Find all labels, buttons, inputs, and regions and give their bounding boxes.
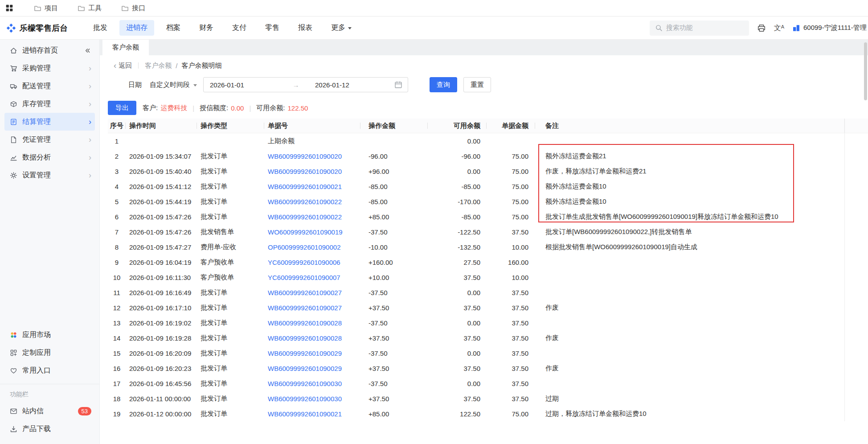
bookmark-api[interactable]: 接口 [121, 4, 145, 12]
cell-no: 9 [108, 255, 126, 270]
nav-item-retail[interactable]: 零售 [258, 20, 286, 36]
export-button[interactable]: 导出 [108, 101, 136, 115]
translate-icon[interactable]: 文A [774, 25, 784, 32]
nav-item-archives[interactable]: 档案 [160, 20, 187, 36]
cell-end [844, 406, 868, 421]
cell-remark: 额外冻结运费金额21 [535, 148, 844, 164]
nav-item-finance[interactable]: 财务 [192, 20, 220, 36]
document-link[interactable]: WB60099992601090027 [268, 304, 342, 312]
tab-customer-balance[interactable]: 客户余额 [102, 40, 149, 55]
period-select[interactable]: 自定义时间段 [150, 81, 197, 89]
bookmark-tools[interactable]: 工具 [78, 4, 102, 12]
table-row: 122026-01-09 16:17:10批发订单WB6009999260109… [108, 300, 868, 315]
scrollbar-thumb[interactable] [864, 42, 867, 100]
document-link[interactable]: WB60099992601090021 [268, 410, 342, 418]
sidebar-item-download[interactable]: 产品下载 [0, 420, 99, 438]
cell-balance: 37.50 [428, 361, 487, 376]
sidebar-item-inventory[interactable]: 库存管理› [0, 95, 99, 113]
document-link[interactable]: WB60099992601090029 [268, 365, 342, 372]
header-right: 搜索功能 文A 60099-宁波1111-管理 [650, 21, 868, 36]
sidebar-item-home[interactable]: 进销存首页 [0, 41, 99, 59]
bookmark-items: 项目工具接口 [34, 4, 145, 12]
document-link[interactable]: WB60099992601090029 [268, 349, 342, 357]
sidebar-item-settlement[interactable]: 结算管理› [4, 113, 95, 131]
document-link[interactable]: WB60099992601090028 [268, 334, 342, 342]
sidebar-item-delivery[interactable]: 配送管理› [0, 77, 99, 95]
cell-balance: 37.50 [428, 300, 487, 315]
cell-amount: +160.00 [360, 255, 428, 270]
sidebar-item-favorites[interactable]: 常用入口 [0, 362, 99, 379]
bookmark-project[interactable]: 项目 [34, 4, 58, 12]
nav-item-wholesale[interactable]: 批发 [86, 20, 114, 36]
filter-row: 日期 自定义时间段 2026-01-01 → 2026-01-12 查询 重置 [100, 77, 868, 93]
sidebar-item-purchase[interactable]: 采购管理› [0, 59, 99, 77]
document-link[interactable]: WB60099992601090021 [268, 183, 342, 190]
document-link[interactable]: WB60099992601090022 [268, 213, 342, 221]
cell-type: 批发订单 [197, 315, 264, 330]
cell-docamt: 37.50 [487, 361, 535, 376]
cell-time: 2026-01-09 16:11:30 [126, 270, 197, 285]
document-link[interactable]: WB60099992601090030 [268, 380, 342, 387]
column-header-type: 操作类型 [197, 119, 264, 133]
document-link[interactable]: WB60099992601090020 [268, 152, 342, 160]
column-header-doc: 单据号 [264, 119, 360, 133]
start-date-input[interactable]: 2026-01-01 [209, 81, 277, 89]
document-link[interactable]: WB60099992601090022 [268, 198, 342, 206]
sidebar-item-voucher[interactable]: 凭证管理› [0, 131, 99, 148]
sidebar-item-messages[interactable]: 站内信53 [0, 402, 99, 420]
collapse-sidebar-icon[interactable] [84, 47, 91, 54]
cell-no: 3 [108, 164, 126, 179]
document-link[interactable]: OP60099992601090002 [268, 243, 341, 251]
folder-icon [121, 4, 129, 12]
table-row: 102026-01-09 16:11:30客户预收单YC600999926010… [108, 270, 868, 285]
balance-label: 可用余额: [256, 104, 285, 112]
calendar-icon[interactable] [394, 81, 402, 89]
document-link[interactable]: WB60099992601090028 [268, 319, 342, 327]
nav-item-label: 零售 [265, 23, 279, 33]
account-switcher[interactable]: 60099-宁波1111-管理 [792, 24, 868, 32]
cell-end [844, 315, 868, 330]
sidebar-item-analysis[interactable]: 数据分析› [0, 148, 99, 166]
nav-item-payment[interactable]: 支付 [225, 20, 253, 36]
document-link[interactable]: WB60099992601090020 [268, 168, 342, 175]
nav-item-reports[interactable]: 报表 [291, 20, 319, 36]
document-link[interactable]: YC60099992601090007 [268, 274, 340, 281]
date-filter-label: 日期 [128, 81, 142, 89]
cell-time: 2026-01-09 15:47:26 [126, 209, 197, 224]
sidebar-item-settings[interactable]: 设置管理› [0, 166, 99, 184]
cell-amount: +10.00 [360, 270, 428, 285]
back-button[interactable]: ‹返回 [114, 62, 132, 70]
search-input[interactable]: 搜索功能 [650, 21, 749, 36]
cell-end [844, 270, 868, 285]
cell-remark: 作废 [535, 330, 844, 345]
sidebar-item-custom-app[interactable]: 定制应用 [0, 344, 99, 362]
cell-doc: WB60099992601090028 [264, 315, 360, 330]
apps-grid-icon[interactable] [5, 4, 13, 12]
cell-type: 批发订单 [197, 391, 264, 406]
cell-balance: -170.00 [428, 194, 487, 209]
breadcrumb-parent[interactable]: 客户余额 [145, 62, 172, 70]
end-date-input[interactable]: 2026-01-12 [315, 81, 394, 89]
query-button[interactable]: 查询 [430, 77, 457, 92]
cell-no: 13 [108, 315, 126, 330]
print-icon[interactable] [757, 24, 766, 33]
document-link[interactable]: WB60099992601090030 [268, 395, 342, 403]
date-range-picker[interactable]: 2026-01-01 → 2026-01-12 [203, 77, 408, 92]
nav-item-inventory[interactable]: 进销存 [119, 20, 154, 36]
cell-remark: 额外冻结运费金额10 [535, 194, 844, 209]
cell-time: 2026-01-09 16:19:28 [126, 330, 197, 345]
sidebar-item-label: 库存管理 [22, 99, 51, 109]
document-link[interactable]: YC60099992601090006 [268, 259, 340, 266]
settlement-icon [10, 118, 17, 126]
document-link[interactable]: WO60099992601090019 [268, 228, 343, 236]
nav-item-more[interactable]: 更多 [324, 20, 358, 36]
cell-docamt: 75.00 [487, 194, 535, 209]
chevron-down-icon [348, 27, 352, 29]
sidebar-item-app-market[interactable]: 应用市场 [0, 326, 99, 344]
cell-no: 6 [108, 209, 126, 224]
cell-doc: 上期余额 [264, 133, 360, 148]
column-header-time: 操作时间 [126, 119, 197, 133]
nav-item-label: 支付 [232, 23, 246, 33]
reset-button[interactable]: 重置 [463, 77, 491, 92]
document-link[interactable]: WB60099992601090027 [268, 289, 342, 296]
